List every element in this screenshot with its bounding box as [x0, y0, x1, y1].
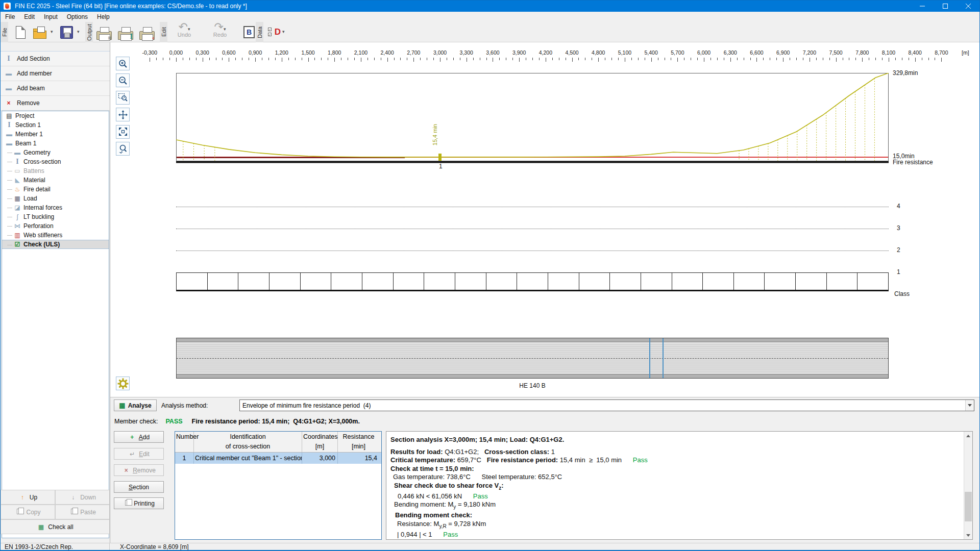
nav-down[interactable]: ↓Down	[55, 490, 110, 505]
action-add-member[interactable]: ▬Add member	[1, 66, 110, 81]
ruler-tick	[295, 58, 296, 60]
close-button[interactable]	[957, 1, 979, 12]
save-file-button[interactable]	[58, 23, 75, 41]
tree-item-web-stiffeners[interactable]: ▥Web stiffeners	[2, 231, 109, 240]
zoom-in-button[interactable]	[116, 57, 130, 70]
critical-section-number: 1	[439, 163, 443, 170]
add-section-icon: I	[5, 55, 13, 63]
ruler-tick	[433, 58, 434, 60]
tree-item-lt-buckling[interactable]: ʃLT buckling	[2, 212, 109, 221]
save-file-dropdown[interactable]: ▾	[77, 29, 80, 34]
copy-icon	[17, 509, 21, 514]
table-row[interactable]: 1Critical member cut "Beam 1" - section …	[175, 453, 381, 464]
printing-button[interactable]: Printing	[114, 497, 164, 509]
section-button[interactable]: Section	[114, 481, 164, 493]
undo-button[interactable]: ↶▾ Undo	[171, 23, 198, 41]
tree-item-load[interactable]: ▦Load	[2, 194, 109, 203]
ruler-label: 0,900	[249, 49, 262, 56]
new-document-button[interactable]	[12, 23, 29, 41]
menu-options[interactable]: Options	[62, 12, 92, 21]
tree-item-section-1[interactable]: ISection 1	[2, 120, 109, 130]
class-cell	[269, 273, 300, 290]
tree-item-internal-forces[interactable]: ◪Internal forces	[2, 203, 109, 212]
print-document-button[interactable]: ≡	[95, 23, 113, 41]
print-picture-button[interactable]: ‹	[138, 23, 156, 41]
edit-button[interactable]: ↵Edit	[114, 448, 164, 460]
column-header-number[interactable]: Number	[175, 432, 194, 452]
add-button[interactable]: +Add	[114, 431, 164, 443]
class-cell	[517, 273, 548, 290]
minimize-button[interactable]	[911, 1, 934, 12]
ruler-tick	[862, 58, 863, 62]
open-file-button[interactable]	[31, 23, 48, 41]
column-header-resistance[interactable]: Resistance[min]	[338, 432, 379, 452]
zoom-all-button[interactable]	[116, 125, 130, 139]
window-title: FIN EC 2025 - Steel Fire (64 bit) [Fine …	[15, 3, 911, 10]
action-add-beam[interactable]: ▬Add beam	[1, 81, 110, 96]
zoom-window-button[interactable]	[116, 91, 130, 105]
internal-forces-icon: ◪	[13, 204, 21, 211]
action-remove[interactable]: ×Remove	[1, 96, 110, 111]
maximize-button[interactable]	[934, 1, 957, 12]
scrollbar-thumb[interactable]	[965, 492, 972, 521]
combo-dropdown-arrow[interactable]	[965, 400, 974, 411]
ruler-tick	[189, 58, 190, 60]
action-add-section[interactable]: IAdd Section	[1, 52, 110, 66]
add-member-icon: ▬	[5, 70, 13, 77]
redo-button[interactable]: ↷▾ Redo	[207, 23, 233, 41]
nav-copy[interactable]: Copy	[1, 505, 55, 519]
tree-item-geometry[interactable]: ▬Geometry	[2, 148, 109, 157]
analyse-button[interactable]: ▦ Analyse	[114, 399, 157, 411]
remove-button[interactable]: ×Remove	[114, 464, 164, 476]
toolbar: File ▾ ▾ Output ≡ I ‹ Edit ↶▾ Undo ↷▾ Re…	[1, 22, 979, 42]
tree-item-check-uls[interactable]: ☑Check (ULS)	[2, 240, 109, 249]
nav-label: Down	[80, 494, 96, 501]
scroll-down-button[interactable]	[964, 531, 972, 539]
menu-file[interactable]: File	[1, 12, 19, 21]
action-label: Add Section	[17, 55, 50, 62]
tree-item-cross-section[interactable]: ICross-section	[2, 157, 109, 166]
zoom-previous-button[interactable]	[116, 142, 130, 156]
section-icon: I	[5, 121, 13, 129]
tree-item-fire-detail[interactable]: ♨Fire detail	[2, 185, 109, 194]
open-file-dropdown[interactable]: ▾	[51, 29, 53, 34]
tree-item-battens[interactable]: ▭Battens	[2, 166, 109, 176]
tree-item-beam-1[interactable]: ▬Beam 1	[2, 139, 109, 148]
report-data-button[interactable]: B	[240, 23, 258, 41]
ruler-tick	[744, 58, 744, 60]
scroll-up-button[interactable]	[964, 432, 972, 440]
ruler-tick	[526, 58, 526, 60]
canvas-settings-button[interactable]	[116, 377, 130, 390]
column-header-coordinates[interactable]: Coordinates[m]	[302, 432, 338, 452]
tree-item-project[interactable]: ▤Project	[2, 111, 109, 120]
menu-input[interactable]: Input	[39, 12, 62, 21]
drawing-canvas[interactable]: -0,3000,0000,3000,6000,9001,2001,5001,80…	[110, 42, 980, 397]
menu-help[interactable]: Help	[92, 12, 114, 21]
pan-button[interactable]	[116, 108, 130, 121]
details-scrollbar[interactable]	[964, 432, 972, 539]
nav-paste[interactable]: Paste	[55, 505, 110, 519]
ruler-tick	[334, 58, 335, 62]
cross-section-icon: I	[13, 158, 21, 166]
tree-item-perforation[interactable]: ⋈Perforation	[2, 221, 109, 231]
ruler-tick	[559, 58, 559, 60]
class-cell	[826, 273, 857, 290]
analysis-method-combo[interactable]: Envelope of minimum fire resistance peri…	[239, 399, 974, 411]
details-line: Section ok	[390, 539, 964, 539]
column-header-identification[interactable]: Identificationof cross-section	[194, 432, 302, 452]
zoom-out-button[interactable]	[116, 73, 130, 87]
menu-edit[interactable]: Edit	[19, 12, 39, 21]
ruler-label: 8,100	[882, 49, 895, 56]
analysis-settings-button[interactable]: ✓✓D	[266, 23, 283, 41]
tree-item-member-1[interactable]: ▬Member 1	[2, 130, 109, 139]
nav-up[interactable]: ↑Up	[1, 490, 55, 505]
ruler-label: 7,500	[829, 49, 842, 56]
print-table-button[interactable]: I	[117, 23, 134, 41]
analysis-settings-dropdown[interactable]: ▾	[282, 29, 285, 34]
ruler-label: 5,400	[645, 49, 658, 56]
ruler-label: 8,400	[909, 49, 922, 56]
ruler-tick	[922, 58, 922, 60]
tree-item-material[interactable]: ◣Material	[2, 176, 109, 185]
nav-check-all[interactable]: ▦Check all	[1, 519, 110, 534]
class-cell	[393, 273, 424, 290]
